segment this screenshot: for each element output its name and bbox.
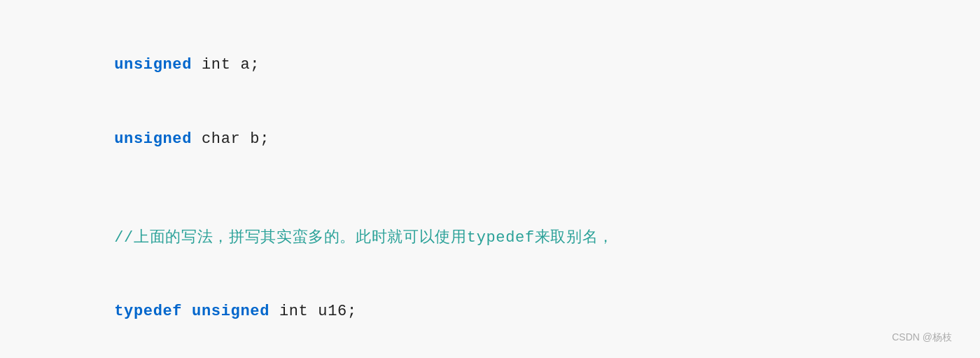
code-text-1: int a; bbox=[192, 56, 260, 74]
code-space-1 bbox=[182, 303, 192, 320]
keyword-unsigned-3: unsigned bbox=[192, 303, 270, 320]
code-line-4: typedef unsigned int u16; bbox=[56, 275, 924, 349]
empty-line-1 bbox=[56, 176, 924, 200]
comment-1: //上面的写法，拼写其实蛮多的。此时就可以使用typedef来取别名， bbox=[114, 229, 614, 247]
code-container: unsigned int a; unsigned char b; //上面的写法… bbox=[0, 0, 980, 358]
watermark: CSDN @杨枝 bbox=[892, 331, 952, 344]
code-text-2: char b; bbox=[192, 130, 270, 148]
code-block: unsigned int a; unsigned char b; //上面的写法… bbox=[56, 28, 924, 358]
code-line-2: unsigned char b; bbox=[56, 102, 924, 177]
code-line-3: //上面的写法，拼写其实蛮多的。此时就可以使用typedef来取别名， bbox=[56, 200, 924, 275]
keyword-unsigned-1: unsigned bbox=[114, 56, 192, 74]
code-line-1: unsigned int a; bbox=[56, 28, 924, 102]
keyword-unsigned-2: unsigned bbox=[114, 130, 192, 148]
code-text-4: int u16; bbox=[270, 303, 357, 320]
code-line-5: typedef unsigned char u8; bbox=[56, 348, 924, 358]
keyword-typedef-1: typedef bbox=[114, 303, 182, 320]
